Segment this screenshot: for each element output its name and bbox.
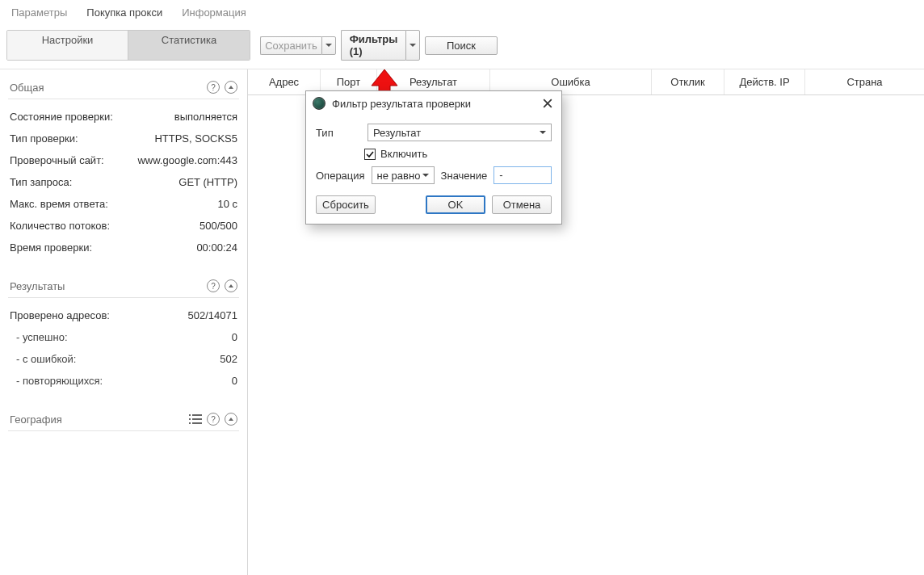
col-country[interactable]: Страна bbox=[805, 69, 924, 94]
row-ok: - успешно:0 bbox=[8, 326, 239, 348]
cancel-button[interactable]: Отмена bbox=[492, 195, 552, 214]
label: Количество потоков: bbox=[10, 220, 110, 232]
dialog-title: Фильтр результата проверки bbox=[332, 98, 471, 110]
chevron-down-icon bbox=[410, 44, 416, 47]
label: Тип проверки: bbox=[10, 132, 78, 145]
type-select[interactable]: Результат bbox=[368, 124, 552, 141]
value-label: Значение bbox=[441, 170, 488, 182]
close-button[interactable] bbox=[540, 96, 555, 111]
label: - успешно: bbox=[10, 331, 68, 343]
check-icon bbox=[366, 150, 374, 158]
collapse-icon[interactable] bbox=[225, 413, 237, 426]
save-dropdown[interactable] bbox=[321, 36, 336, 55]
row-timeout: Макс. время ответа:10 с bbox=[8, 193, 239, 215]
type-select-value: Результат bbox=[373, 127, 421, 139]
section-general-title: Общая bbox=[10, 82, 44, 94]
section-geo-header: География ? bbox=[8, 408, 239, 431]
label: Проверено адресов: bbox=[10, 309, 110, 321]
help-icon[interactable]: ? bbox=[207, 279, 220, 292]
close-icon bbox=[543, 99, 552, 108]
row-type: Тип проверки:HTTPS, SOCKS5 bbox=[8, 128, 239, 149]
app-icon bbox=[313, 97, 326, 110]
operation-label: Операция bbox=[316, 170, 365, 182]
menubar: Параметры Покупка прокси Информация bbox=[0, 0, 924, 25]
section-geo-title: География bbox=[10, 413, 62, 426]
row-state: Состояние проверки:выполняется bbox=[8, 106, 239, 128]
label: - с ошибкой: bbox=[10, 353, 76, 365]
reset-button[interactable]: Сбросить bbox=[316, 195, 376, 214]
value: 0 bbox=[232, 375, 237, 387]
chevron-down-icon bbox=[326, 44, 332, 47]
row-elapsed: Время проверки:00:00:24 bbox=[8, 237, 239, 258]
row-threads: Количество потоков:500/500 bbox=[8, 215, 239, 237]
section-general-header: Общая ? bbox=[8, 76, 239, 99]
value-input-text: - bbox=[499, 169, 502, 181]
value: 0 bbox=[232, 331, 237, 343]
label: Состояние проверки: bbox=[10, 111, 113, 123]
list-icon[interactable] bbox=[189, 413, 202, 426]
tab-settings[interactable]: Настройки bbox=[7, 31, 128, 60]
ok-button[interactable]: OK bbox=[426, 195, 485, 214]
filters-dropdown[interactable] bbox=[405, 30, 420, 61]
help-icon[interactable]: ? bbox=[207, 413, 220, 426]
value: 500/500 bbox=[200, 220, 237, 232]
row-err: - с ошибкой:502 bbox=[8, 348, 239, 370]
operation-select-value: не равно bbox=[377, 170, 421, 182]
section-results-header: Результаты ? bbox=[8, 275, 239, 298]
toolbar-buttons: Сохранить Фильтры (1) Поиск bbox=[260, 30, 498, 61]
value-input[interactable]: - bbox=[494, 166, 552, 184]
label: Тип запроса: bbox=[10, 176, 72, 188]
value: 10 с bbox=[217, 198, 237, 210]
value: 502 bbox=[220, 353, 237, 365]
value: 502/14071 bbox=[188, 309, 237, 321]
search-button[interactable]: Поиск bbox=[425, 36, 498, 55]
row-dup: - повторяющихся:0 bbox=[8, 370, 239, 392]
dialog-titlebar: Фильтр результата проверки bbox=[306, 91, 561, 115]
value: GET (HTTP) bbox=[178, 176, 237, 188]
filter-dialog: Фильтр результата проверки Тип Результат… bbox=[305, 90, 562, 225]
col-realip[interactable]: Действ. IP bbox=[724, 69, 805, 94]
label: Время проверки: bbox=[10, 241, 92, 254]
sidebar: Общая ? Состояние проверки:выполняется Т… bbox=[0, 69, 248, 575]
chevron-down-icon bbox=[422, 174, 429, 177]
filters-button[interactable]: Фильтры (1) bbox=[341, 30, 405, 61]
row-request: Тип запроса:GET (HTTP) bbox=[8, 171, 239, 193]
label: Макс. время ответа: bbox=[10, 198, 108, 210]
save-button[interactable]: Сохранить bbox=[260, 36, 321, 55]
section-results-title: Результаты bbox=[10, 280, 65, 292]
collapse-icon[interactable] bbox=[225, 81, 237, 94]
sidebar-tabs: Настройки Статистика bbox=[6, 30, 250, 61]
label: Проверочный сайт: bbox=[10, 154, 104, 166]
collapse-icon[interactable] bbox=[225, 279, 237, 292]
enable-checkbox[interactable] bbox=[364, 149, 376, 160]
value: HTTPS, SOCKS5 bbox=[154, 132, 237, 145]
operation-select[interactable]: не равно bbox=[372, 166, 435, 184]
enable-label: Включить bbox=[380, 148, 427, 160]
toolbar: Настройки Статистика Сохранить Фильтры (… bbox=[0, 25, 924, 69]
menu-buy[interactable]: Покупка прокси bbox=[83, 5, 166, 20]
row-site: Проверочный сайт:www.google.com:443 bbox=[8, 149, 239, 171]
col-resp[interactable]: Отклик bbox=[652, 69, 724, 94]
value: www.google.com:443 bbox=[137, 154, 237, 166]
menu-info[interactable]: Информация bbox=[178, 5, 250, 20]
value: 00:00:24 bbox=[196, 241, 237, 254]
menu-params[interactable]: Параметры bbox=[8, 5, 70, 20]
type-label: Тип bbox=[316, 127, 361, 139]
label: - повторяющихся: bbox=[10, 375, 103, 387]
row-checked: Проверено адресов:502/14071 bbox=[8, 304, 239, 326]
tab-stats[interactable]: Статистика bbox=[128, 31, 250, 60]
value: выполняется bbox=[174, 111, 237, 123]
help-icon[interactable]: ? bbox=[207, 81, 220, 94]
chevron-down-icon bbox=[540, 131, 546, 134]
